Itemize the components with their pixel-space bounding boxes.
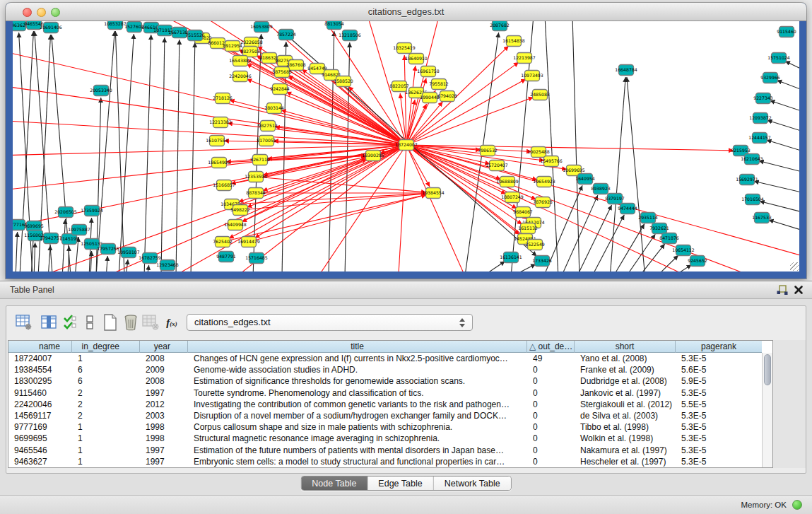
graph-node[interactable]: 9487791 [216, 252, 236, 262]
table-cell[interactable]: 22420046 [8, 399, 72, 410]
table-row[interactable]: 1830029562008Estimation of significance … [8, 375, 762, 387]
graph-node[interactable]: 2935114 [638, 213, 658, 223]
graph-node[interactable]: 9242844 [270, 84, 290, 95]
table-cell[interactable]: 2012 [140, 399, 188, 410]
table-cell[interactable]: Changes of HCN gene expression and I(f) … [188, 353, 527, 364]
table-settings-icon[interactable] [14, 313, 34, 332]
table-cell[interactable]: Jankovic et al. (1997) [575, 387, 676, 399]
table-row[interactable]: 1872400712008Changes of HCN gene express… [8, 353, 762, 364]
table-cell[interactable]: 1998 [140, 421, 188, 433]
graph-node[interactable]: 8912954 [223, 41, 242, 52]
graph-node[interactable]: 1640954 [575, 174, 595, 185]
table-cell[interactable]: 1 [72, 433, 140, 444]
table-cell[interactable]: 5.3E-5 [676, 421, 762, 433]
graph-node[interactable]: 10853287 [104, 21, 126, 30]
table-cell[interactable]: 49 [527, 353, 575, 364]
table-cell[interactable]: 18300295 [8, 375, 72, 387]
table-cell[interactable]: 19384554 [8, 364, 72, 375]
table-cell[interactable]: 1998 [140, 433, 188, 444]
graph-node[interactable]: 15716485 [245, 253, 268, 264]
table-panel-titlebar[interactable]: Table Panel [0, 281, 812, 299]
graph-node[interactable]: 7955812 [429, 79, 449, 90]
graph-node[interactable]: 7876928 [533, 197, 553, 208]
table-cell[interactable]: 9699695 [8, 433, 72, 444]
column-header-short[interactable]: short [575, 341, 676, 353]
graph-node[interactable]: 13218506 [339, 30, 361, 41]
merge-cells-icon[interactable] [80, 313, 100, 332]
table-cell[interactable]: Embryonic stem cells: a model to study s… [188, 456, 527, 467]
table-cell[interactable]: 1 [72, 456, 140, 467]
graph-node[interactable]: 1588520 [334, 76, 353, 87]
table-cell[interactable]: 0 [527, 410, 575, 421]
table-cell[interactable]: 2008 [140, 353, 188, 364]
graph-node[interactable]: 12444157 [748, 133, 771, 144]
graph-node[interactable]: 15692971 [736, 175, 758, 185]
column-header-out-degree[interactable]: △ out_de… [527, 341, 575, 353]
table-cell[interactable]: 1997 [140, 445, 188, 456]
graph-node[interactable]: 6794028 [437, 91, 457, 102]
table-row[interactable]: 911546021997Tourette syndrome. Phenomeno… [8, 387, 762, 399]
table-cell[interactable]: 0 [527, 399, 575, 410]
resize-grip-icon[interactable] [790, 262, 799, 271]
table-row[interactable]: 1456911722003Disruption of a novel membe… [8, 410, 762, 421]
table-row[interactable]: 969969511998Structural magnetic resonanc… [8, 433, 762, 444]
table-cell[interactable]: 0 [527, 387, 575, 399]
table-cell[interactable]: 5.5E-5 [676, 399, 762, 410]
graph-node[interactable]: 19384554 [422, 188, 445, 199]
graph-node[interactable]: 8379197 [605, 194, 625, 204]
graph-node[interactable]: 10654112 [672, 245, 695, 256]
table-cell[interactable]: 2003 [140, 410, 188, 421]
table-cell[interactable]: 9465546 [8, 445, 72, 456]
graph-node[interactable]: 22420046 [229, 71, 252, 82]
table-cell[interactable]: 2 [72, 399, 140, 410]
graph-node[interactable]: 12213987 [513, 53, 536, 64]
column-header-title[interactable]: title [188, 341, 527, 353]
graph-node[interactable]: 15166857 [213, 180, 235, 191]
graph-node[interactable]: 1615132 [518, 223, 538, 234]
table-cell[interactable]: Nakamura et al. (1997) [575, 445, 676, 456]
graph-node[interactable]: 10688809 [496, 177, 519, 187]
table-cell[interactable]: Franke et al. (2009) [575, 364, 676, 375]
graph-node[interactable]: 16136141 [500, 252, 522, 263]
graph-node[interactable]: 9827512 [258, 121, 278, 132]
graph-node[interactable]: 5498222 [230, 205, 250, 216]
tab-edge-table[interactable]: Edge Table [367, 477, 433, 490]
table-cell[interactable]: Structural magnetic resonance image aver… [188, 433, 527, 444]
graph-node[interactable]: 20053340 [90, 86, 112, 96]
table-cell[interactable]: 5.6E-5 [676, 364, 762, 375]
graph-node[interactable]: 17359924 [81, 206, 103, 216]
graph-node[interactable]: 2087682 [490, 21, 510, 31]
table-row[interactable]: 2242004622012Investigating the contribut… [8, 399, 762, 410]
select-rows-icon[interactable] [60, 313, 80, 332]
function-builder-icon[interactable]: f(x) [162, 313, 182, 332]
column-header-year[interactable]: year [140, 341, 188, 353]
select-columns-icon[interactable] [39, 313, 59, 332]
graph-node[interactable]: 5875685 [272, 67, 292, 78]
column-header-in-degree[interactable]: in_degree [72, 341, 140, 353]
table-cell[interactable]: 6 [72, 375, 140, 387]
graph-node[interactable]: 2718126 [213, 93, 233, 104]
graph-node[interactable]: 2803144 [264, 103, 284, 114]
table-cell[interactable]: 2008 [140, 375, 188, 387]
table-cell[interactable]: 9115460 [8, 387, 72, 399]
table-cell[interactable]: Disruption of a novel member of a sodium… [188, 410, 527, 421]
table-row[interactable]: 946554611997Estimation of the future num… [8, 445, 762, 456]
table-cell[interactable]: 5.3E-5 [676, 445, 762, 456]
tab-node-table[interactable]: Node Table [301, 477, 367, 490]
graph-node[interactable]: 9329966 [760, 73, 780, 83]
graph-node[interactable]: 17016504 [741, 194, 764, 205]
graph-node[interactable]: 16961758 [417, 66, 440, 77]
window-titlebar[interactable]: citations_edges.txt [6, 3, 806, 21]
graph-node[interactable]: 18640910 [405, 54, 428, 64]
table-cell[interactable]: 0 [527, 375, 575, 387]
table-cell[interactable]: 0 [527, 433, 575, 444]
graph-node[interactable]: 9684067 [513, 207, 533, 218]
graph-node[interactable]: 1990448 [420, 93, 440, 103]
table-cell[interactable]: Estimation of the future numbers of pati… [188, 445, 527, 456]
graph-node[interactable]: 8170051 [257, 136, 276, 146]
table-cell[interactable]: Estimation of significance thresholds fo… [188, 375, 527, 387]
table-cell[interactable]: 1 [72, 445, 140, 456]
new-table-icon[interactable] [100, 313, 120, 332]
tab-network-table[interactable]: Network Table [434, 477, 511, 490]
table-cell[interactable]: 14569117 [8, 410, 72, 421]
